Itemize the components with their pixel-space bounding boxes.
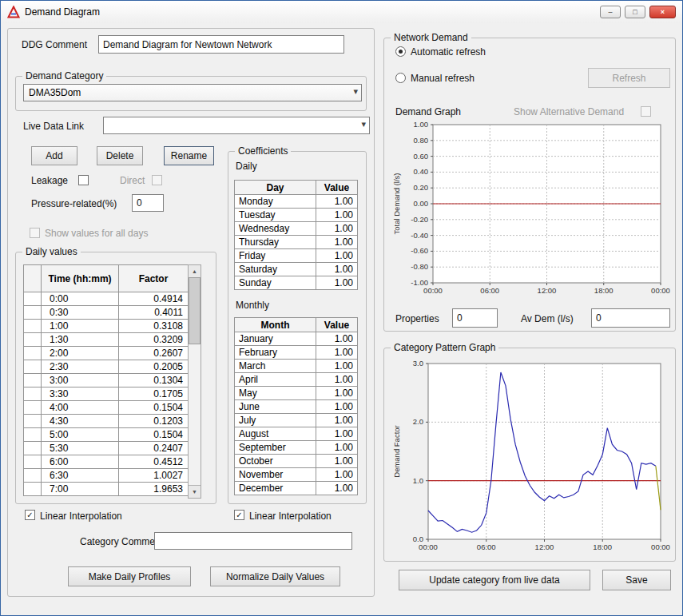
factor-cell[interactable]: 0.1705 <box>119 387 189 401</box>
make-daily-profiles-button[interactable]: Make Daily Profiles <box>68 566 191 586</box>
scroll-up-icon[interactable]: ▲ <box>189 265 201 278</box>
monthly-coefficient-row[interactable]: May 1.00 <box>235 387 358 400</box>
pressure-related-input[interactable] <box>132 194 164 212</box>
day-value-cell[interactable]: 1.00 <box>316 222 358 236</box>
time-cell[interactable]: 5:30 <box>42 442 119 455</box>
time-cell[interactable]: 0:00 <box>42 292 119 306</box>
av-dem-input[interactable] <box>591 308 670 328</box>
month-cell[interactable]: March <box>235 360 316 373</box>
factor-cell[interactable]: 0.1504 <box>119 401 189 415</box>
day-cell[interactable]: Wednesday <box>235 222 316 236</box>
month-cell[interactable]: November <box>235 468 316 482</box>
monthly-coefficient-row[interactable]: October 1.00 <box>235 455 358 468</box>
day-value-cell[interactable]: 1.00 <box>316 263 358 276</box>
daily-value-row[interactable]: 7:00 1.9653 <box>24 483 189 496</box>
monthly-coefficient-row[interactable]: August 1.00 <box>235 427 358 441</box>
month-value-cell[interactable]: 1.00 <box>316 360 358 373</box>
normalize-daily-values-button[interactable]: Normalize Daily Values <box>210 566 340 586</box>
daily-value-row[interactable]: 0:00 0.4914 <box>24 292 189 306</box>
linear-interpolation-right-checkbox[interactable]: ✓ <box>234 510 244 520</box>
daily-coefficient-row[interactable]: Monday 1.00 <box>235 195 358 209</box>
day-cell[interactable]: Saturday <box>235 263 316 276</box>
monthly-coefficient-row[interactable]: March 1.00 <box>235 360 358 373</box>
automatic-refresh-radio[interactable] <box>395 46 406 57</box>
time-cell[interactable]: 2:30 <box>42 360 119 374</box>
day-cell[interactable]: Friday <box>235 249 316 263</box>
month-value-cell[interactable]: 1.00 <box>316 332 358 346</box>
time-cell[interactable]: 6:00 <box>42 455 119 469</box>
month-value-cell[interactable]: 1.00 <box>316 373 358 387</box>
time-cell[interactable]: 1:00 <box>42 320 119 333</box>
time-cell[interactable]: 2:00 <box>42 347 119 360</box>
daily-value-row[interactable]: 2:00 0.2607 <box>24 347 189 360</box>
monthly-coefficient-row[interactable]: June 1.00 <box>235 400 358 414</box>
daily-coefficient-row[interactable]: Sunday 1.00 <box>235 276 358 290</box>
time-cell[interactable]: 3:30 <box>42 387 119 401</box>
monthly-coefficient-row[interactable]: February 1.00 <box>235 346 358 360</box>
daily-value-row[interactable]: 5:30 0.2407 <box>24 442 189 455</box>
factor-cell[interactable]: 0.3108 <box>119 320 189 333</box>
daily-coefficient-row[interactable]: Wednesday 1.00 <box>235 222 358 236</box>
ddg-comment-input[interactable] <box>98 35 344 54</box>
month-cell[interactable]: October <box>235 455 316 468</box>
add-button[interactable]: Add <box>31 146 77 165</box>
month-value-cell[interactable]: 1.00 <box>316 468 358 482</box>
month-value-cell[interactable]: 1.00 <box>316 427 358 441</box>
month-cell[interactable]: January <box>235 332 316 346</box>
factor-cell[interactable]: 1.0027 <box>119 469 189 483</box>
day-value-cell[interactable]: 1.00 <box>316 236 358 249</box>
time-cell[interactable]: 7:00 <box>42 483 119 496</box>
month-value-cell[interactable]: 1.00 <box>316 482 358 495</box>
day-value-cell[interactable]: 1.00 <box>316 209 358 222</box>
maximize-button[interactable]: □ <box>625 6 645 18</box>
daily-value-row[interactable]: 0:30 0.4011 <box>24 306 189 320</box>
time-cell[interactable]: 6:30 <box>42 469 119 483</box>
daily-value-row[interactable]: 5:00 0.1504 <box>24 428 189 442</box>
factor-cell[interactable]: 0.1203 <box>119 415 189 428</box>
daily-value-row[interactable]: 4:00 0.1504 <box>24 401 189 415</box>
monthly-coefficient-row[interactable]: November 1.00 <box>235 468 358 482</box>
daily-value-row[interactable]: 3:00 0.1304 <box>24 374 189 387</box>
day-value-cell[interactable]: 1.00 <box>316 276 358 290</box>
daily-value-row[interactable]: 4:30 0.1203 <box>24 415 189 428</box>
daily-value-row[interactable]: 1:30 0.3209 <box>24 333 189 347</box>
month-value-cell[interactable]: 1.00 <box>316 455 358 468</box>
monthly-coefficient-row[interactable]: January 1.00 <box>235 332 358 346</box>
factor-cell[interactable]: 0.4914 <box>119 292 189 306</box>
month-cell[interactable]: July <box>235 414 316 427</box>
monthly-coefficient-row[interactable]: September 1.00 <box>235 441 358 455</box>
daily-coefficient-row[interactable]: Tuesday 1.00 <box>235 209 358 222</box>
month-cell[interactable]: August <box>235 427 316 441</box>
time-cell[interactable]: 4:00 <box>42 401 119 415</box>
time-cell[interactable]: 1:30 <box>42 333 119 347</box>
daily-value-row[interactable]: 6:00 0.4512 <box>24 455 189 469</box>
update-category-button[interactable]: Update category from live data <box>399 570 590 590</box>
factor-cell[interactable]: 0.4512 <box>119 455 189 469</box>
month-cell[interactable]: April <box>235 373 316 387</box>
daily-values-scrollbar[interactable]: ▲ ▼ <box>188 264 201 499</box>
leakage-checkbox[interactable] <box>78 175 89 185</box>
linear-interpolation-left-checkbox[interactable]: ✓ <box>25 510 35 520</box>
month-cell[interactable]: December <box>235 482 316 495</box>
month-value-cell[interactable]: 1.00 <box>316 346 358 360</box>
factor-cell[interactable]: 1.9653 <box>119 483 189 496</box>
monthly-coefficient-row[interactable]: December 1.00 <box>235 482 358 495</box>
factor-cell[interactable]: 0.4011 <box>119 306 189 320</box>
month-value-cell[interactable]: 1.00 <box>316 441 358 455</box>
minimize-button[interactable]: – <box>600 6 621 18</box>
month-cell[interactable]: February <box>235 346 316 360</box>
month-cell[interactable]: May <box>235 387 316 400</box>
daily-coefficient-row[interactable]: Thursday 1.00 <box>235 236 358 249</box>
month-cell[interactable]: September <box>235 441 316 455</box>
time-cell[interactable]: 3:00 <box>42 374 119 387</box>
monthly-coefficient-row[interactable]: July 1.00 <box>235 414 358 427</box>
factor-cell[interactable]: 0.2407 <box>119 442 189 455</box>
daily-value-row[interactable]: 6:30 1.0027 <box>24 469 189 483</box>
factor-cell[interactable]: 0.1304 <box>119 374 189 387</box>
manual-refresh-radio[interactable] <box>395 73 406 83</box>
factor-cell[interactable]: 0.2005 <box>119 360 189 374</box>
day-cell[interactable]: Sunday <box>235 276 316 290</box>
category-comment-input[interactable] <box>154 532 352 550</box>
delete-button[interactable]: Delete <box>97 146 143 165</box>
properties-input[interactable] <box>452 308 498 328</box>
